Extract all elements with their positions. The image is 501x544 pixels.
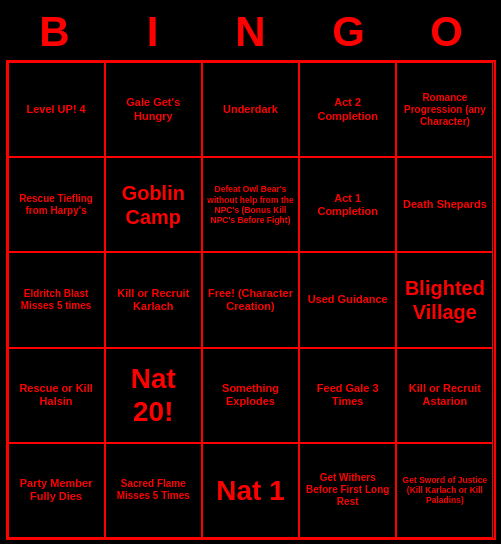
bingo-cell-2: Underdark <box>202 62 299 157</box>
bingo-cell-4: Romance Progression (any Character) <box>396 62 493 157</box>
bingo-cell-16: Nat 20! <box>105 348 202 443</box>
bingo-cell-23: Get Withers Before First Long Rest <box>299 443 396 538</box>
bingo-cell-20: Party Member Fully Dies <box>8 443 105 538</box>
bingo-letter-g: G <box>305 8 393 56</box>
bingo-cell-14: Blighted Village <box>396 252 493 347</box>
bingo-letter-b: B <box>11 8 99 56</box>
bingo-cell-13: Used Guidance <box>299 252 396 347</box>
bingo-cell-19: Kill or Recruit Astarion <box>396 348 493 443</box>
bingo-cell-24: Get Sword of Justice (Kill Karlach or Ki… <box>396 443 493 538</box>
bingo-grid: Level UP! 4Gale Get's HungryUnderdarkAct… <box>6 60 496 540</box>
bingo-cell-0: Level UP! 4 <box>8 62 105 157</box>
bingo-cell-22: Nat 1 <box>202 443 299 538</box>
bingo-cell-6: Goblin Camp <box>105 157 202 252</box>
bingo-cell-9: Death Shepards <box>396 157 493 252</box>
bingo-letter-n: N <box>207 8 295 56</box>
bingo-cell-5: Rescue Tiefling from Harpy's <box>8 157 105 252</box>
bingo-cell-17: Something Explodes <box>202 348 299 443</box>
bingo-letter-o: O <box>403 8 491 56</box>
bingo-cell-1: Gale Get's Hungry <box>105 62 202 157</box>
bingo-header: BINGO <box>6 0 496 60</box>
bingo-cell-3: Act 2 Completion <box>299 62 396 157</box>
bingo-cell-15: Rescue or Kill Halsin <box>8 348 105 443</box>
bingo-cell-18: Feed Gale 3 Times <box>299 348 396 443</box>
bingo-cell-10: Eldritch Blast Misses 5 times <box>8 252 105 347</box>
bingo-cell-21: Sacred Flame Misses 5 Times <box>105 443 202 538</box>
bingo-letter-i: I <box>109 8 197 56</box>
bingo-cell-11: Kill or Recruit Karlach <box>105 252 202 347</box>
bingo-cell-12: Free! (Character Creation) <box>202 252 299 347</box>
bingo-cell-7: Defeat Owl Bear's without help from the … <box>202 157 299 252</box>
bingo-cell-8: Act 1 Completion <box>299 157 396 252</box>
